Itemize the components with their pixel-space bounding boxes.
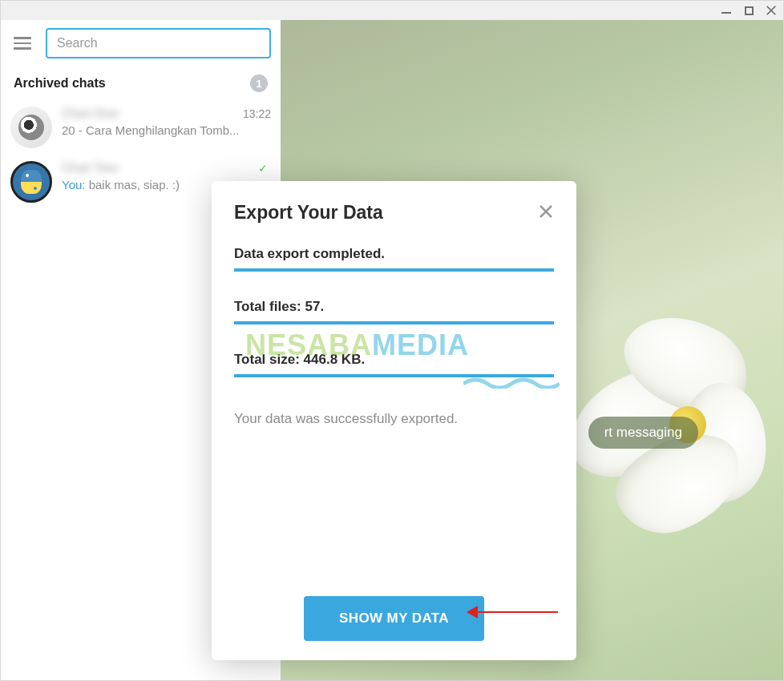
archived-chats-label: Archived chats	[14, 76, 106, 91]
avatar	[10, 161, 52, 203]
total-size-line: Total size: 446.8 KB.	[234, 352, 554, 377]
search-row	[1, 20, 281, 66]
hamburger-icon	[14, 37, 31, 39]
export-data-dialog: Export Your Data Data export completed. …	[212, 181, 576, 660]
chat-read-indicator: ✓	[258, 162, 271, 175]
chat-list-item[interactable]: Chat One 13:22 20 - Cara Menghilangkan T…	[1, 100, 281, 155]
you-prefix: You:	[62, 178, 89, 191]
minimize-button[interactable]	[721, 5, 732, 16]
start-messaging-pill[interactable]: rt messaging	[588, 417, 698, 449]
menu-button[interactable]	[10, 34, 34, 53]
close-icon	[538, 203, 554, 220]
chat-preview-text: baik mas, siap. :)	[89, 178, 180, 191]
export-status-line: Data export completed.	[234, 246, 554, 272]
archived-chats-row[interactable]: Archived chats 1	[1, 66, 281, 100]
chat-name: Chat One	[62, 107, 119, 121]
search-input[interactable]	[46, 28, 271, 58]
check-icon: ✓	[258, 162, 268, 175]
close-button[interactable]	[766, 5, 777, 16]
avatar	[10, 107, 52, 148]
dialog-close-button[interactable]	[538, 203, 554, 223]
chat-preview: 20 - Cara Menghilangkan Tomb...	[62, 123, 271, 137]
chat-time: 13:22	[243, 107, 271, 120]
show-my-data-button[interactable]: SHOW MY DATA	[304, 596, 484, 641]
window-titlebar	[1, 1, 783, 20]
minimize-icon	[721, 12, 731, 14]
dialog-title: Export Your Data	[234, 202, 383, 224]
close-icon	[766, 5, 777, 16]
maximize-button[interactable]	[743, 5, 754, 16]
total-files-line: Total files: 57.	[234, 299, 554, 324]
archived-count-badge: 1	[250, 75, 268, 92]
maximize-icon	[745, 6, 754, 15]
chat-name: Chat Two	[62, 161, 119, 175]
export-success-message: Your data was successfully exported.	[234, 411, 554, 427]
